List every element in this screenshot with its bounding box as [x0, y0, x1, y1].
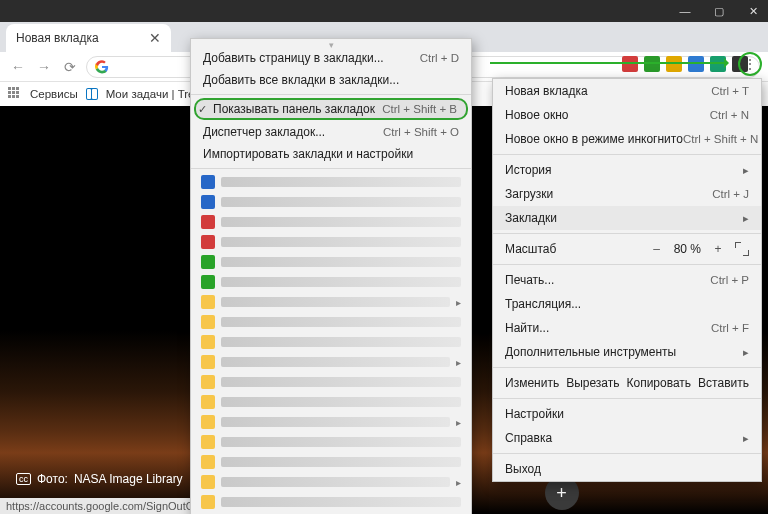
bookmark-item[interactable]: [191, 212, 471, 232]
trello-icon: [86, 88, 98, 100]
tab-title: Новая вкладка: [16, 31, 99, 45]
bookmark-label-redacted: [221, 457, 461, 467]
zoom-in-button[interactable]: +: [711, 242, 725, 256]
bookmark-item[interactable]: ▸: [191, 292, 471, 312]
favicon: [201, 275, 215, 289]
favicon: [201, 255, 215, 269]
zoom-value: 80 %: [674, 242, 701, 256]
bookmarks-bar-apps[interactable]: Сервисы: [30, 88, 78, 100]
submenu-manager[interactable]: Диспетчер закладок...Ctrl + Shift + O: [191, 121, 471, 143]
bookmark-label-redacted: [221, 497, 461, 507]
bookmark-item[interactable]: [191, 252, 471, 272]
bookmark-label-redacted: [221, 317, 461, 327]
menu-separator: [493, 233, 761, 234]
window-maximize-button[interactable]: ▢: [710, 2, 728, 20]
chevron-right-icon: ▸: [456, 297, 461, 308]
submenu-show-bar[interactable]: Показывать панель закладокCtrl + Shift +…: [194, 98, 468, 120]
label: Добавить все вкладки в закладки...: [203, 73, 399, 87]
back-button[interactable]: ←: [8, 57, 28, 77]
menu-separator: [191, 94, 471, 95]
bookmark-label-redacted: [221, 337, 461, 347]
edit-copy[interactable]: Копировать: [626, 376, 691, 390]
folder-icon: [201, 335, 215, 349]
bookmark-item[interactable]: [191, 172, 471, 192]
menu-cast[interactable]: Трансляция...: [493, 292, 761, 316]
bookmark-label-redacted: [221, 437, 461, 447]
label: Найти...: [505, 321, 549, 335]
bookmark-item[interactable]: [191, 372, 471, 392]
bookmark-item[interactable]: [191, 452, 471, 472]
extension-icon[interactable]: [666, 56, 682, 72]
bookmark-label-redacted: [221, 297, 450, 307]
shortcut: Ctrl + Shift + O: [383, 126, 459, 138]
menu-downloads[interactable]: ЗагрузкиCtrl + J: [493, 182, 761, 206]
bookmark-item[interactable]: [191, 392, 471, 412]
bookmark-item[interactable]: [191, 312, 471, 332]
menu-help[interactable]: Справка: [493, 426, 761, 450]
menu-new-tab[interactable]: Новая вкладкаCtrl + T: [493, 79, 761, 103]
bookmark-item[interactable]: [191, 232, 471, 252]
edit-label: Изменить: [505, 376, 559, 390]
label: Новое окно: [505, 108, 569, 122]
menu-settings[interactable]: Настройки: [493, 402, 761, 426]
folder-icon: [201, 455, 215, 469]
window-minimize-button[interactable]: —: [676, 2, 694, 20]
label: Новое окно в режиме инкогнито: [505, 132, 683, 146]
apps-icon[interactable]: [8, 87, 22, 101]
reload-button[interactable]: ⟳: [60, 57, 80, 77]
bookmark-item[interactable]: [191, 272, 471, 292]
shortcut: Ctrl + F: [711, 322, 749, 334]
folder-icon: [201, 375, 215, 389]
label: Выход: [505, 462, 541, 476]
menu-edit-row: Изменить Вырезать Копировать Вставить: [493, 371, 761, 395]
menu-separator: [493, 154, 761, 155]
bookmark-label-redacted: [221, 477, 450, 487]
menu-exit[interactable]: Выход: [493, 457, 761, 481]
shortcut: Ctrl + J: [712, 188, 749, 200]
menu-incognito[interactable]: Новое окно в режиме инкогнитоCtrl + Shif…: [493, 127, 761, 151]
chrome-main-menu: Новая вкладкаCtrl + T Новое окноCtrl + N…: [492, 78, 762, 482]
bookmark-item[interactable]: [191, 492, 471, 512]
bookmark-item[interactable]: [191, 192, 471, 212]
credit-source[interactable]: NASA Image Library: [74, 472, 183, 486]
chevron-right-icon: ▸: [456, 357, 461, 368]
browser-tab[interactable]: Новая вкладка ✕: [6, 24, 171, 52]
fullscreen-icon[interactable]: [735, 242, 749, 256]
bookmark-item[interactable]: ▸: [191, 352, 471, 372]
label: Настройки: [505, 407, 564, 421]
submenu-add-all[interactable]: Добавить все вкладки в закладки...: [191, 69, 471, 91]
label: Импортировать закладки и настройки: [203, 147, 413, 161]
extension-icon[interactable]: [688, 56, 704, 72]
favicon: [201, 195, 215, 209]
google-logo-icon: [95, 60, 109, 74]
menu-bookmarks[interactable]: Закладки: [493, 206, 761, 230]
menu-zoom: Масштаб – 80 % +: [493, 237, 761, 261]
bookmark-item[interactable]: ▸: [191, 472, 471, 492]
edit-paste[interactable]: Вставить: [698, 376, 749, 390]
folder-icon: [201, 435, 215, 449]
chrome-menu-button[interactable]: ⋮: [738, 52, 762, 76]
edit-cut[interactable]: Вырезать: [566, 376, 619, 390]
extension-icon[interactable]: [644, 56, 660, 72]
menu-history[interactable]: История: [493, 158, 761, 182]
window-close-button[interactable]: ✕: [744, 2, 762, 20]
label: Справка: [505, 431, 552, 445]
bookmark-item[interactable]: [191, 432, 471, 452]
menu-find[interactable]: Найти...Ctrl + F: [493, 316, 761, 340]
submenu-import[interactable]: Импортировать закладки и настройки: [191, 143, 471, 165]
tab-close-icon[interactable]: ✕: [149, 30, 161, 46]
bookmark-label-redacted: [221, 177, 461, 187]
submenu-add-page[interactable]: Добавить страницу в закладки...Ctrl + D: [191, 47, 471, 69]
bookmark-item[interactable]: [191, 332, 471, 352]
bookmark-item[interactable]: ▸: [191, 412, 471, 432]
extension-icon[interactable]: [622, 56, 638, 72]
zoom-out-button[interactable]: –: [650, 242, 664, 256]
label: Новая вкладка: [505, 84, 588, 98]
menu-print[interactable]: Печать...Ctrl + P: [493, 268, 761, 292]
label: Загрузки: [505, 187, 553, 201]
label: Трансляция...: [505, 297, 581, 311]
forward-button[interactable]: →: [34, 57, 54, 77]
menu-new-window[interactable]: Новое окноCtrl + N: [493, 103, 761, 127]
label: Добавить страницу в закладки...: [203, 51, 384, 65]
menu-more-tools[interactable]: Дополнительные инструменты: [493, 340, 761, 364]
